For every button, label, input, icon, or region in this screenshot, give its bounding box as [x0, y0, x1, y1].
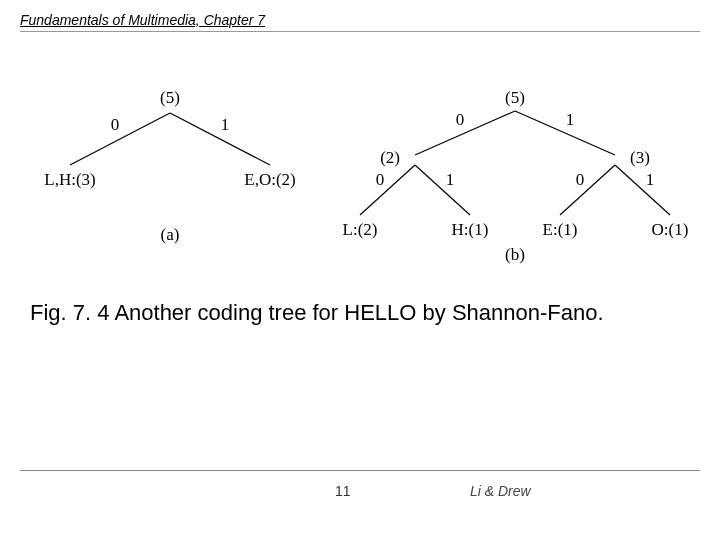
tree-b-sublabel: (b) [505, 245, 525, 264]
tree-b-root-edge-right: 1 [566, 110, 575, 129]
page-number: 11 [335, 483, 351, 499]
tree-b-rl-edge: 0 [576, 170, 585, 189]
svg-line-7 [615, 165, 670, 215]
header-text: Fundamentals of Multimedia, Chapter 7 [20, 12, 265, 28]
svg-line-2 [415, 111, 515, 155]
svg-line-0 [70, 113, 170, 165]
tree-b-root-edge-left: 0 [456, 110, 465, 129]
tree-a-root: (5) [160, 88, 180, 107]
svg-line-5 [415, 165, 470, 215]
figure-caption: Fig. 7. 4 Another coding tree for HELLO … [30, 300, 690, 326]
svg-line-6 [560, 165, 615, 215]
tree-b-leaf-ll: L:(2) [343, 220, 378, 239]
tree-b-leaf-rl: E:(1) [543, 220, 578, 239]
tree-a-leaf-right: E,O:(2) [244, 170, 295, 189]
tree-a-edge-right: 1 [221, 115, 230, 134]
footer-authors: Li & Drew [470, 483, 531, 499]
tree-a: (5) 0 1 L,H:(3) E,O:(2) (a) [40, 85, 300, 265]
tree-a-leaf-left: L,H:(3) [44, 170, 95, 189]
tree-b-left-node: (2) [380, 148, 400, 167]
tree-b-leaf-lr: H:(1) [452, 220, 489, 239]
tree-b: (5) 0 1 (2) (3) 0 1 0 1 L:(2) H:(1) E:(1… [320, 85, 700, 265]
tree-b-rr-edge: 1 [646, 170, 655, 189]
tree-a-edge-left: 0 [111, 115, 120, 134]
footer-divider [20, 470, 700, 471]
tree-b-ll-edge: 0 [376, 170, 385, 189]
tree-b-root: (5) [505, 88, 525, 107]
tree-b-right-node: (3) [630, 148, 650, 167]
tree-b-lr-edge: 1 [446, 170, 455, 189]
tree-a-sublabel: (a) [161, 225, 180, 244]
svg-line-4 [360, 165, 415, 215]
slide-header: Fundamentals of Multimedia, Chapter 7 [20, 12, 700, 32]
tree-b-leaf-rr: O:(1) [652, 220, 689, 239]
